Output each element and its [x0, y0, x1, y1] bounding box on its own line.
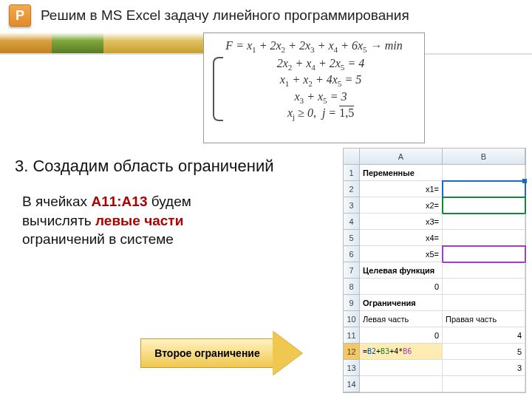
cell[interactable]: Ограничения	[360, 295, 443, 311]
cell[interactable]	[360, 360, 443, 376]
cell[interactable]	[443, 295, 525, 311]
constraint-3: x3 + x5 = 3	[225, 90, 417, 105]
brace-icon	[213, 57, 223, 121]
next-step-arrow[interactable]: Второе ограничение	[140, 331, 318, 375]
cell[interactable]: 0	[360, 327, 443, 344]
decorative-band	[0, 33, 207, 53]
row-header[interactable]: 10	[344, 311, 360, 327]
constraint-2: x1 + x2 + 4x5 = 5	[225, 73, 417, 88]
cell[interactable]: 4	[443, 327, 525, 344]
constraint-nonneg: xj ≥ 0, j = 1,5	[225, 106, 417, 121]
cell[interactable]	[443, 165, 525, 181]
cell[interactable]: Переменные	[360, 165, 443, 181]
row-header[interactable]: 7	[344, 262, 360, 279]
section-heading: 3. Создадим область ограничений	[15, 157, 274, 176]
cell[interactable]	[360, 376, 443, 392]
row-header[interactable]: 5	[344, 230, 360, 246]
cell[interactable]: x4=	[360, 230, 443, 246]
row-header[interactable]: 14	[344, 376, 360, 392]
row-header[interactable]: 9	[344, 295, 360, 311]
body-paragraph: В ячейках А11:А13 будем вычислять левые …	[22, 192, 266, 249]
cell-b3[interactable]	[443, 197, 525, 214]
row-header[interactable]: 11	[344, 327, 360, 344]
row-header[interactable]: 1	[344, 165, 360, 181]
cell[interactable]	[443, 214, 525, 230]
excel-snippet: A B 1Переменные 2x1= 3x2= 4x3= 5x4= 6x5=…	[343, 148, 526, 393]
excel-corner[interactable]	[344, 149, 360, 165]
cell[interactable]	[443, 279, 525, 295]
cell[interactable]: 0	[360, 279, 443, 295]
cell[interactable]: x5=	[360, 246, 443, 262]
cell[interactable]: Целевая функция	[360, 262, 443, 279]
cell[interactable]: 5	[443, 344, 525, 360]
cell[interactable]	[443, 262, 525, 279]
row-header[interactable]: 2	[344, 181, 360, 197]
cell[interactable]	[443, 376, 525, 392]
cell[interactable]: Левая часть	[360, 311, 443, 327]
slide-logo: P	[9, 4, 31, 27]
cell-b2[interactable]	[443, 181, 525, 197]
cell[interactable]: x1=	[360, 181, 443, 197]
col-header-a[interactable]: A	[360, 149, 443, 165]
cell-b6[interactable]	[443, 246, 525, 262]
row-header[interactable]: 6	[344, 246, 360, 262]
row-header[interactable]: 8	[344, 279, 360, 295]
cell-a12-active[interactable]: =B2+B3+4*B6	[360, 344, 443, 360]
cell[interactable]: Правая часть	[443, 311, 525, 327]
cell[interactable]: x3=	[360, 214, 443, 230]
arrow-head-icon	[273, 331, 302, 375]
math-formulation: F = x1 + 2x2 + 2x3 + x4 + 6x5 → min 2x2 …	[203, 33, 425, 143]
row-header[interactable]: 3	[344, 197, 360, 214]
row-header[interactable]: 13	[344, 360, 360, 376]
arrow-label: Второе ограничение	[154, 347, 259, 359]
cell[interactable]: 3	[443, 360, 525, 376]
slide-title: Решим в MS Excel задачу линейного програ…	[41, 7, 409, 24]
row-header[interactable]: 4	[344, 214, 360, 230]
cell[interactable]: x2=	[360, 197, 443, 214]
row-header[interactable]: 12	[344, 344, 360, 360]
col-header-b[interactable]: B	[443, 149, 525, 165]
constraint-1: 2x2 + x4 + 2x5 = 4	[225, 57, 417, 72]
objective-fn: F = x1 + 2x2 + 2x3 + x4 + 6x5 → min	[211, 39, 417, 54]
cell[interactable]	[443, 230, 525, 246]
